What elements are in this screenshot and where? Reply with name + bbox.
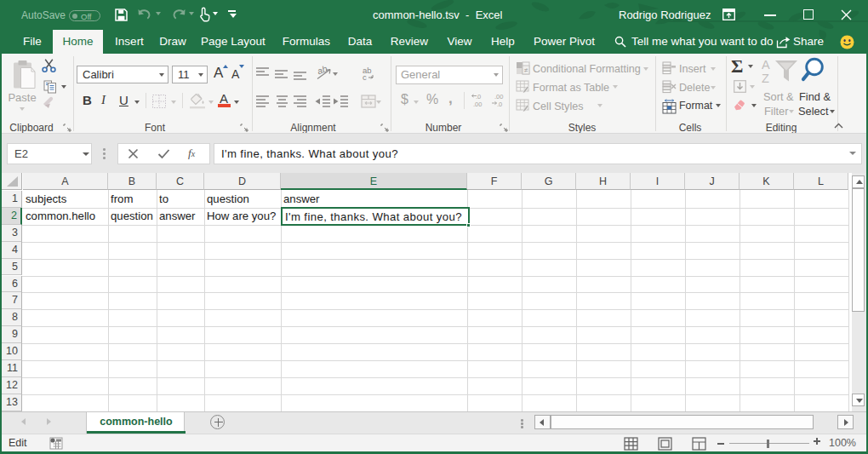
svg-text:A: A <box>762 58 770 72</box>
svg-text:.00: .00 <box>473 101 482 108</box>
svg-text:.0: .0 <box>497 101 502 108</box>
svg-text:ab: ab <box>316 66 328 76</box>
svg-text:Z: Z <box>762 72 769 85</box>
svg-text:≠: ≠ <box>524 66 528 74</box>
svg-text:c: c <box>363 72 367 82</box>
